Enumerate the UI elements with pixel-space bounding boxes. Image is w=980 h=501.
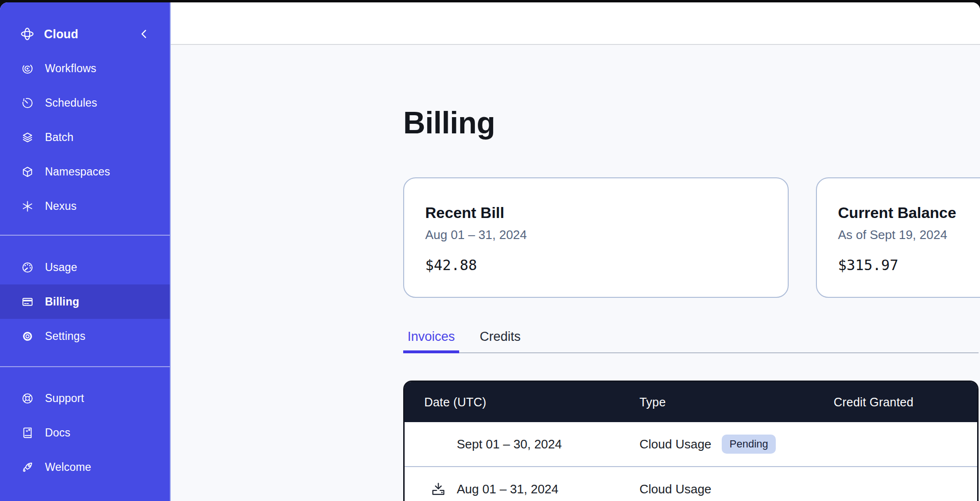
invoices-table: Date (UTC) Type Credit Granted Sept 01 –…	[403, 381, 979, 501]
sidebar-item-label: Docs	[45, 426, 70, 439]
sidebar-item-schedules[interactable]: Schedules	[0, 86, 170, 120]
card-amount: $315.97	[838, 257, 980, 274]
tab-invoices[interactable]: Invoices	[403, 329, 459, 353]
sidebar-item-label: Billing	[45, 295, 79, 308]
batch-layers-icon	[21, 131, 45, 144]
recent-bill-card: Recent Bill Aug 01 – 31, 2024 $42.88	[403, 177, 789, 298]
sidebar-item-welcome[interactable]: Welcome	[0, 450, 170, 484]
sidebar-item-settings[interactable]: Settings	[0, 319, 170, 353]
sidebar-item-label: Schedules	[45, 97, 97, 109]
column-header-date: Date (UTC)	[405, 395, 639, 409]
card-as-of: As of Sept 19, 2024	[838, 227, 980, 242]
page-title: Billing	[403, 108, 980, 138]
card-title: Recent Bill	[425, 204, 767, 221]
card-period: Aug 01 – 31, 2024	[425, 227, 767, 242]
nexus-asterisk-icon	[21, 200, 45, 213]
sidebar-item-label: Settings	[45, 330, 86, 343]
sidebar-item-workflows[interactable]: Workflows	[0, 51, 170, 86]
brand-label: Cloud	[44, 27, 78, 41]
collapse-sidebar-button[interactable]	[139, 29, 150, 39]
sidebar-item-docs[interactable]: Docs	[0, 415, 170, 450]
invoice-date: Sept 01 – 30, 2024	[457, 437, 562, 452]
temporal-logo-icon	[20, 27, 44, 41]
sidebar-item-label: Welcome	[45, 461, 91, 474]
schedules-icon	[21, 97, 45, 109]
sidebar-item-label: Usage	[45, 261, 77, 274]
sidebar-divider	[0, 235, 170, 236]
tab-credits[interactable]: Credits	[475, 329, 525, 353]
billing-page: Billing Recent Bill Aug 01 – 31, 2024 $4…	[171, 45, 980, 501]
settings-gear-icon	[21, 330, 45, 343]
chevron-left-icon	[139, 29, 150, 39]
sidebar-item-label: Support	[45, 392, 84, 405]
billing-card-icon	[21, 295, 45, 308]
billing-tabs: Invoices Credits	[403, 329, 979, 353]
card-title: Current Balance	[838, 204, 980, 221]
table-row: Sept 01 – 30, 2024 Cloud Usage Pending	[405, 422, 977, 466]
sidebar-item-batch[interactable]: Batch	[0, 120, 170, 154]
download-slot	[430, 481, 457, 497]
status-badge: Pending	[722, 435, 776, 454]
usage-gauge-icon	[21, 261, 45, 274]
table-row: Aug 01 – 31, 2024 Cloud Usage	[405, 466, 977, 501]
download-invoice-icon[interactable]	[430, 481, 446, 497]
table-header-row: Date (UTC) Type Credit Granted	[405, 382, 977, 422]
app-window: Cloud Workflows	[0, 2, 980, 501]
sidebar-item-label: Namespaces	[45, 165, 110, 178]
sidebar-item-usage[interactable]: Usage	[0, 250, 170, 284]
main-area: Billing Recent Bill Aug 01 – 31, 2024 $4…	[171, 2, 980, 501]
workflows-icon	[21, 62, 45, 75]
sidebar: Cloud Workflows	[0, 2, 171, 501]
sidebar-item-billing[interactable]: Billing	[0, 284, 170, 319]
column-header-credit-granted: Credit Granted	[834, 395, 977, 409]
sidebar-item-nexus[interactable]: Nexus	[0, 189, 170, 223]
sidebar-item-label: Workflows	[45, 62, 96, 75]
column-header-type: Type	[639, 395, 834, 409]
summary-cards: Recent Bill Aug 01 – 31, 2024 $42.88 Cur…	[403, 177, 980, 298]
invoice-date: Aug 01 – 31, 2024	[457, 482, 559, 497]
invoice-type: Cloud Usage	[639, 482, 711, 497]
invoice-type: Cloud Usage	[639, 437, 711, 452]
sidebar-item-label: Batch	[45, 131, 74, 144]
top-bar	[171, 2, 980, 45]
sidebar-divider	[0, 366, 170, 367]
current-balance-card: Current Balance As of Sept 19, 2024 $315…	[816, 177, 980, 298]
namespaces-cube-icon	[21, 165, 45, 178]
welcome-rocket-icon	[21, 461, 45, 474]
card-amount: $42.88	[425, 257, 767, 274]
sidebar-item-namespaces[interactable]: Namespaces	[0, 154, 170, 189]
sidebar-brand[interactable]: Cloud	[0, 17, 170, 51]
docs-book-icon	[21, 426, 45, 439]
sidebar-item-support[interactable]: Support	[0, 381, 170, 415]
support-lifebuoy-icon	[21, 392, 45, 405]
sidebar-item-label: Nexus	[45, 200, 77, 213]
